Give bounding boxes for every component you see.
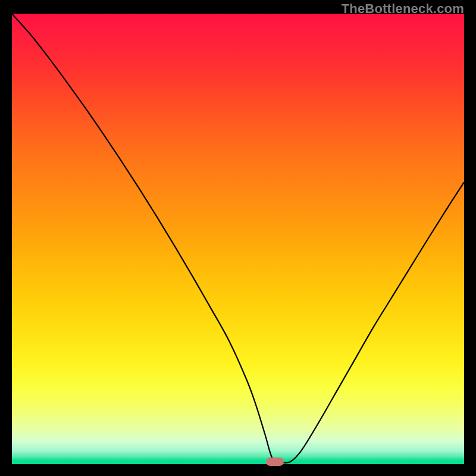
bottleneck-curve xyxy=(12,14,464,464)
chart-plot-area xyxy=(12,14,464,464)
optimum-marker xyxy=(266,458,284,466)
curve-path xyxy=(12,14,464,463)
